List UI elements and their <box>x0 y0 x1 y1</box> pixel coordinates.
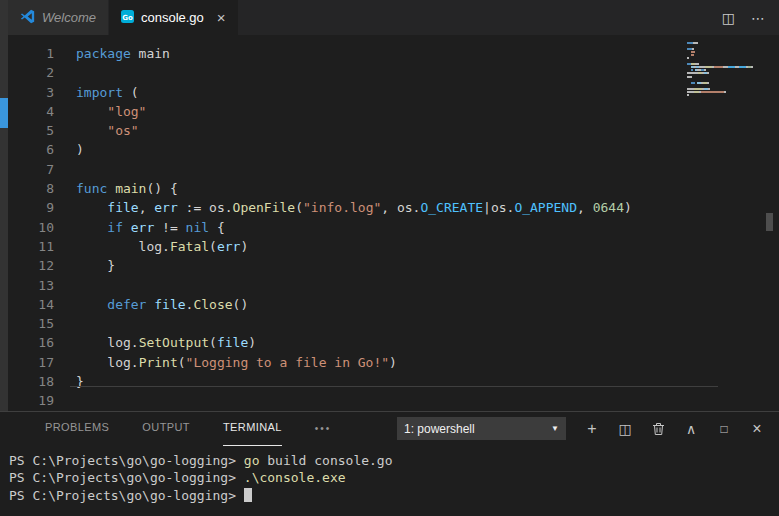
code-area[interactable]: 1package main23import (4 "log"5 "os"6)78… <box>8 35 779 411</box>
panel-tab-terminal[interactable]: TERMINAL <box>223 412 282 446</box>
code-text: log.Fatal(err) <box>76 237 248 256</box>
line-number: 8 <box>8 179 54 198</box>
code-text: import ( <box>76 83 139 102</box>
line-number: 9 <box>8 198 54 217</box>
terminal-cursor <box>244 488 252 502</box>
line-number: 17 <box>8 353 54 372</box>
panel-header: PROBLEMS OUTPUT TERMINAL ••• 1: powershe… <box>0 412 779 445</box>
code-line: 13 <box>8 276 779 295</box>
terminal-shell-select[interactable]: 1: powershell ▼ <box>397 417 566 440</box>
kill-terminal-icon trash-icon[interactable] <box>650 421 666 437</box>
code-text: log.Print("Logging to a file in Go!") <box>76 353 397 372</box>
panel-more-icon[interactable]: ••• <box>315 423 332 434</box>
minimap[interactable] <box>687 41 763 100</box>
terminal-actions: + ◫ ∧ □ × <box>584 421 765 437</box>
restore-panel-icon[interactable]: □ <box>716 421 732 437</box>
code-line: 7 <box>8 160 779 179</box>
editor-actions: ◫ ⋯ <box>722 0 779 35</box>
code-line: 1package main <box>8 44 779 63</box>
code-text: } <box>76 372 84 391</box>
line-number: 13 <box>8 276 54 295</box>
split-terminal-icon[interactable]: ◫ <box>617 421 633 437</box>
line-number: 12 <box>8 256 54 275</box>
activity-bar-indicator <box>0 98 8 128</box>
code-line: 12 } <box>8 256 779 275</box>
code-line: 11 log.Fatal(err) <box>8 237 779 256</box>
shell-select-value: 1: powershell <box>404 422 475 436</box>
vscode-icon <box>20 9 35 27</box>
code-line: 8func main() { <box>8 179 779 198</box>
tab-label: Welcome <box>42 10 96 25</box>
code-line: 18} <box>8 372 779 391</box>
code-line: 2 <box>8 63 779 82</box>
code-text: log.SetOutput(file) <box>76 333 256 352</box>
maximize-panel-icon[interactable]: ∧ <box>683 421 699 437</box>
panel-tab-output[interactable]: OUTPUT <box>142 412 190 446</box>
line-number: 4 <box>8 102 54 121</box>
bottom-panel: PROBLEMS OUTPUT TERMINAL ••• 1: powershe… <box>0 411 779 516</box>
line-number: 15 <box>8 314 54 333</box>
code-text: ) <box>76 140 84 159</box>
line-number: 5 <box>8 121 54 140</box>
close-panel-icon[interactable]: × <box>749 421 765 437</box>
go-file-icon: Go <box>121 10 134 26</box>
svg-text:Go: Go <box>122 13 133 21</box>
terminal-content[interactable]: PS C:\Projects\go\go-logging> go build c… <box>0 445 779 504</box>
code-text: package main <box>76 44 170 63</box>
line-number: 6 <box>8 140 54 159</box>
tab-welcome[interactable]: Welcome <box>8 0 109 35</box>
horizontal-scrollbar[interactable] <box>70 386 718 387</box>
more-actions-icon[interactable]: ⋯ <box>751 10 765 26</box>
code-line: 19 <box>8 391 779 410</box>
code-line: 16 log.SetOutput(file) <box>8 333 779 352</box>
line-number: 11 <box>8 237 54 256</box>
code-line: 9 file, err := os.OpenFile("info.log", o… <box>8 198 779 217</box>
editor-tab-bar: Welcome Go console.go × ◫ ⋯ <box>8 0 779 35</box>
line-number: 3 <box>8 83 54 102</box>
code-text: if err != nil { <box>76 218 225 237</box>
close-tab-icon[interactable]: × <box>217 10 226 25</box>
code-line: 4 "log" <box>8 102 779 121</box>
line-number: 16 <box>8 333 54 352</box>
terminal-line: PS C:\Projects\go\go-logging> <box>9 487 779 504</box>
panel-tab-problems[interactable]: PROBLEMS <box>45 412 109 446</box>
code-line: 6) <box>8 140 779 159</box>
line-number: 19 <box>8 391 54 410</box>
line-number: 2 <box>8 63 54 82</box>
code-text: "os" <box>76 121 139 140</box>
code-line: 10 if err != nil { <box>8 218 779 237</box>
line-number: 18 <box>8 372 54 391</box>
terminal-line: PS C:\Projects\go\go-logging> go build c… <box>9 452 779 469</box>
tab-label: console.go <box>141 10 204 25</box>
code-line: 14 defer file.Close() <box>8 295 779 314</box>
line-number: 14 <box>8 295 54 314</box>
terminal-line: PS C:\Projects\go\go-logging> .\console.… <box>9 469 779 486</box>
code-text: } <box>76 256 115 275</box>
chevron-down-icon: ▼ <box>551 424 559 433</box>
code-line: 5 "os" <box>8 121 779 140</box>
tab-console-go[interactable]: Go console.go × <box>109 0 239 35</box>
line-number: 1 <box>8 44 54 63</box>
code-text: defer file.Close() <box>76 295 248 314</box>
activity-bar-sliver <box>0 0 8 411</box>
new-terminal-icon[interactable]: + <box>584 421 600 437</box>
line-number: 10 <box>8 218 54 237</box>
code-text: func main() { <box>76 179 178 198</box>
split-editor-icon[interactable]: ◫ <box>722 10 735 26</box>
scrollbar-marker[interactable] <box>766 213 773 231</box>
code-line: 17 log.Print("Logging to a file in Go!") <box>8 353 779 372</box>
line-number: 7 <box>8 160 54 179</box>
code-line: 3import ( <box>8 83 779 102</box>
vscode-window: Welcome Go console.go × ◫ ⋯ 1package mai… <box>0 0 779 516</box>
code-text: file, err := os.OpenFile("info.log", os.… <box>76 198 632 217</box>
editor-pane: 1package main23import (4 "log"5 "os"6)78… <box>8 35 779 411</box>
code-text: "log" <box>76 102 146 121</box>
code-line: 15 <box>8 314 779 333</box>
